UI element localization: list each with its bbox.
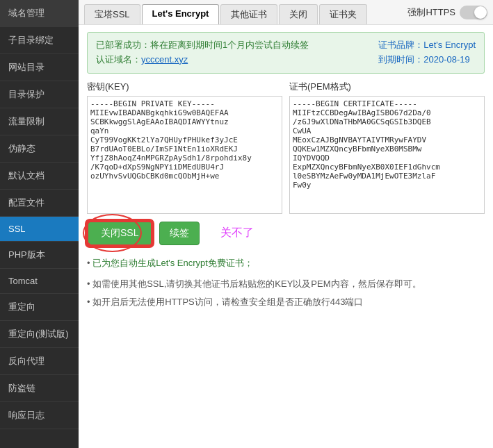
banner-domain-link[interactable]: ycccent.xyz	[141, 54, 188, 65]
banner-domain-label: 认证域名：	[96, 54, 141, 65]
tab-baota-ssl[interactable]: 宝塔SSL	[84, 4, 140, 24]
renew-button[interactable]: 续签	[159, 222, 200, 245]
main-content: 宝塔SSL Let's Encrypt 其他证书 关闭 证书夹 强制HTTPS …	[79, 0, 493, 448]
tabs-bar: 宝塔SSL Let's Encrypt 其他证书 关闭 证书夹 强制HTTPS	[79, 0, 493, 25]
force-https-label: 强制HTTPS	[407, 6, 455, 19]
sidebar-item-rewrite[interactable]: 伪静态	[0, 135, 79, 163]
toggle-knob	[474, 6, 487, 19]
tab-close[interactable]: 关闭	[279, 4, 318, 24]
sidebar-item-proxy[interactable]: 反向代理	[0, 348, 79, 375]
sidebar-item-php[interactable]: PHP版本	[0, 242, 79, 269]
annotation-text: 关不了	[220, 226, 254, 240]
key-cert-section: 密钥(KEY) 证书(PEM格式)	[87, 81, 485, 214]
force-https-control: 强制HTTPS	[407, 6, 487, 24]
sidebar-item-domain[interactable]: 域名管理	[0, 0, 79, 27]
banner-expire-value: 2020-08-19	[423, 54, 470, 65]
banner-brand: 证书品牌：Let's Encrypt	[378, 38, 476, 53]
sidebar-item-hotlink[interactable]: 防盗链	[0, 375, 79, 402]
force-https-toggle[interactable]	[460, 6, 487, 19]
sidebar: 域名管理 子目录绑定 网站目录 目录保护 流量限制 伪静态 默认文档 配置文件 …	[0, 0, 79, 448]
banner-right: 证书品牌：Let's Encrypt 到期时间：2020-08-19	[378, 38, 476, 67]
sidebar-item-default-doc[interactable]: 默认文档	[0, 163, 79, 190]
cert-box: 证书(PEM格式)	[289, 81, 485, 214]
tab-other-cert[interactable]: 其他证书	[220, 4, 277, 24]
banner-brand-value: Let's Encrypt	[423, 40, 476, 50]
banner-message: 已部署成功：将在距离到期时间1个月内尝试自动续签	[96, 38, 309, 53]
note-item-0: 已为您自动生成Let's Encrypt免费证书；	[87, 254, 485, 272]
tab-lets-encrypt[interactable]: Let's Encrypt	[142, 4, 220, 24]
sidebar-item-log[interactable]: 响应日志	[0, 402, 79, 429]
banner-left: 已部署成功：将在距离到期时间1个月内尝试自动续签 认证域名：ycccent.xy…	[96, 38, 309, 67]
cert-textarea[interactable]	[289, 96, 485, 214]
banner-expire-label: 到期时间：	[378, 54, 423, 65]
button-row: 关闭SSL 续签 关不了	[87, 221, 485, 246]
close-ssl-button[interactable]: 关闭SSL	[87, 221, 152, 246]
note-item-1: 如需使用其他SSL,请切换其他证书后粘贴您的KEY以及PEM内容，然后保存即可。	[87, 275, 485, 293]
sidebar-item-tomcat[interactable]: Tomcat	[0, 269, 79, 294]
banner-brand-label: 证书品牌：	[378, 40, 423, 50]
sidebar-item-redirect-test[interactable]: 重定向(测试版)	[0, 321, 79, 348]
sidebar-item-subdir[interactable]: 子目录绑定	[0, 27, 79, 54]
sidebar-item-config[interactable]: 配置文件	[0, 190, 79, 217]
key-box: 密钥(KEY)	[87, 81, 282, 214]
sidebar-item-webdir[interactable]: 网站目录	[0, 54, 79, 81]
tab-cert-folder[interactable]: 证书夹	[319, 4, 367, 24]
sidebar-item-ssl[interactable]: SSL	[0, 217, 79, 242]
banner-domain: 认证域名：ycccent.xyz	[96, 53, 309, 67]
key-textarea[interactable]	[87, 96, 282, 214]
sidebar-item-traffic[interactable]: 流量限制	[0, 108, 79, 135]
sidebar-item-dirprotect[interactable]: 目录保护	[0, 81, 79, 108]
sidebar-item-redirect[interactable]: 重定向	[0, 294, 79, 321]
note-item-2: 如开启后无法使用HTTPS访问，请检查安全组是否正确放行443端口	[87, 293, 485, 311]
banner-expire: 到期时间：2020-08-19	[378, 53, 476, 67]
notes-section: 已为您自动生成Let's Encrypt免费证书； 如需使用其他SSL,请切换其…	[87, 254, 485, 311]
key-label: 密钥(KEY)	[87, 81, 282, 93]
cert-label: 证书(PEM格式)	[289, 81, 485, 93]
success-banner: 已部署成功：将在距离到期时间1个月内尝试自动续签 认证域名：ycccent.xy…	[87, 32, 485, 74]
content-area: 已部署成功：将在距离到期时间1个月内尝试自动续签 认证域名：ycccent.xy…	[79, 25, 493, 448]
tabs-left: 宝塔SSL Let's Encrypt 其他证书 关闭 证书夹	[84, 4, 367, 24]
